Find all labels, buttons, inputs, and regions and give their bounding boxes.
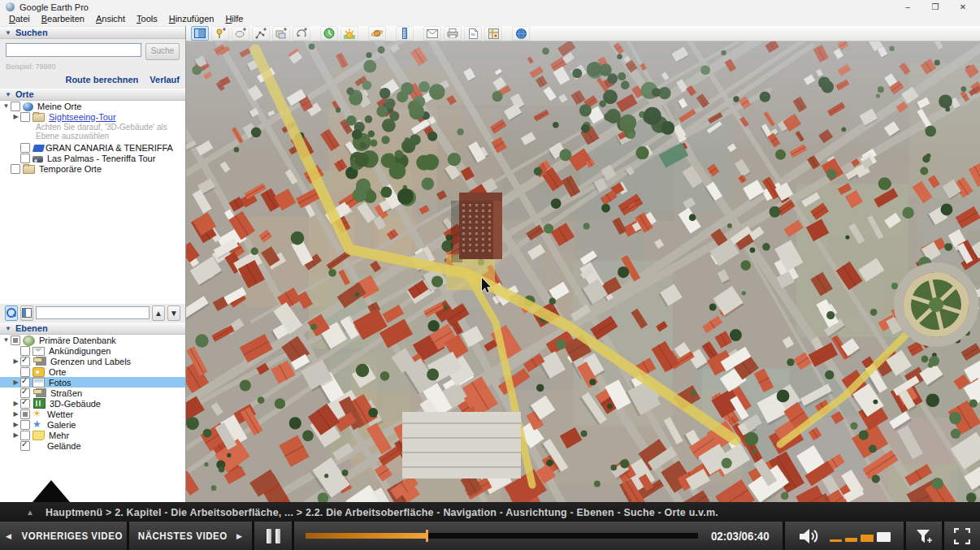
checkbox[interactable]	[20, 143, 30, 153]
add-polygon-button[interactable]	[232, 26, 249, 41]
volume-control[interactable]	[785, 522, 904, 550]
checkbox[interactable]	[20, 112, 30, 122]
place-row-sightseeing[interactable]: ▶ Sightseeing-Tour	[0, 111, 185, 122]
view-in-maps-button[interactable]	[484, 26, 502, 41]
place-row-meine-orte[interactable]: ▼ Meine Orte	[0, 101, 185, 111]
map-icon	[488, 28, 499, 39]
print-button[interactable]	[444, 26, 462, 41]
places-panel-header[interactable]: ▼ Orte	[0, 88, 185, 101]
video-progress-bar[interactable]	[306, 533, 698, 539]
close-button[interactable]: ✕	[949, 1, 977, 13]
historical-imagery-button[interactable]	[320, 26, 338, 41]
expander-icon[interactable]: ▼	[2, 102, 11, 110]
expander-icon[interactable]: ▶	[11, 431, 20, 439]
fullscreen-icon	[954, 528, 970, 544]
record-tour-button[interactable]	[293, 26, 310, 41]
expander-icon[interactable]: ▶	[11, 400, 20, 407]
layer-row-primaere-datenbank[interactable]: ▼ Primäre Datenbank	[0, 335, 185, 345]
record-tour-icon	[296, 28, 307, 39]
checkbox[interactable]	[20, 441, 30, 451]
expander-icon[interactable]: ▶	[11, 113, 20, 120]
menu-datei[interactable]: Datei	[3, 14, 36, 24]
add-path-button[interactable]	[252, 26, 270, 41]
search-button[interactable]: Suche	[145, 43, 180, 60]
minimize-button[interactable]: –	[894, 1, 921, 13]
tour-camera-icon	[33, 156, 43, 162]
placemark-icon	[215, 28, 226, 39]
layer-row-galerie[interactable]: ▶ Galerie	[0, 419, 185, 430]
left-arrow-icon: ◀	[6, 532, 11, 540]
map-3d-view[interactable]	[186, 41, 980, 505]
pause-icon	[267, 529, 280, 544]
sidebar-icon	[194, 28, 206, 38]
places-tree: ▼ Meine Orte ▶ Sightseeing-Tour Achten S…	[0, 101, 185, 304]
sunrise-icon	[344, 28, 355, 39]
globe-button[interactable]	[512, 26, 530, 41]
sidebar-toggle-button[interactable]	[191, 26, 209, 41]
maximize-button[interactable]: ❐	[921, 1, 949, 13]
volume-level-bars[interactable]	[830, 531, 891, 542]
email-button[interactable]	[423, 26, 441, 41]
checkbox[interactable]	[20, 409, 30, 419]
checkbox[interactable]	[20, 399, 30, 409]
previous-result-button[interactable]: ▲	[152, 305, 165, 321]
layer-row-gelaende[interactable]: ▶ Gelände	[0, 440, 185, 451]
planets-button[interactable]	[368, 26, 386, 41]
checkbox[interactable]	[20, 357, 30, 366]
search-places-button[interactable]	[5, 305, 18, 321]
expander-icon[interactable]: ▶	[11, 421, 20, 428]
add-placemark-button[interactable]	[211, 26, 229, 41]
menu-bearbeiten[interactable]: Bearbeiten	[36, 14, 90, 24]
signpost-icon	[36, 357, 46, 366]
menu-tools[interactable]: Tools	[131, 14, 163, 24]
search-panel-header[interactable]: ▼ Suchen	[0, 26, 185, 39]
menu-hinzufuegen[interactable]: Hinzufügen	[163, 14, 220, 24]
path-icon	[255, 28, 267, 39]
history-link[interactable]: Verlauf	[150, 75, 180, 84]
checkbox[interactable]	[20, 420, 30, 430]
next-result-button[interactable]: ▼	[167, 305, 180, 321]
menu-hilfe[interactable]: Hilfe	[219, 14, 249, 24]
expander-icon[interactable]: ▼	[2, 336, 11, 344]
pause-button[interactable]	[254, 522, 292, 550]
layer-row-wetter[interactable]: ▶ Wetter	[0, 409, 185, 419]
layer-row-3d-gebaeude[interactable]: ▶ 3D-Gebäude	[0, 398, 185, 409]
layers-panel-header[interactable]: ▼ Ebenen	[0, 322, 185, 335]
sightseeing-note: Achten Sie darauf, '3D-Gebäude' als Eben…	[0, 123, 182, 141]
image-overlay-icon	[275, 28, 287, 39]
polygon-icon	[235, 28, 246, 39]
breadcrumb: Hauptmenü > 2. Kapitel - Die Arbeitsober…	[46, 506, 718, 518]
route-link[interactable]: Route berechnen	[65, 75, 138, 84]
expander-icon[interactable]: ▶	[11, 410, 20, 418]
search-input[interactable]	[6, 43, 141, 57]
checkbox[interactable]	[20, 154, 30, 163]
add-image-overlay-button[interactable]	[272, 26, 290, 41]
place-row-las-palmas[interactable]: ▶ Las Palmas - Teneriffa Tour	[0, 153, 185, 163]
save-image-button[interactable]	[464, 26, 482, 41]
sunlight-button[interactable]	[340, 26, 358, 41]
checkbox[interactable]	[11, 164, 20, 174]
places-filter-input[interactable]	[36, 306, 150, 319]
ruler-button[interactable]	[396, 26, 414, 41]
expander-icon[interactable]: ▶	[11, 357, 20, 365]
checkbox[interactable]	[11, 102, 20, 111]
place-row-temporaere-orte[interactable]: ▶ Temporäre Orte	[0, 163, 185, 174]
folder-icon	[33, 113, 45, 122]
checkbox[interactable]	[11, 336, 20, 345]
previous-video-button[interactable]: ◀ VORHERIGES VIDEO	[0, 522, 127, 550]
fullscreen-button[interactable]	[944, 522, 980, 550]
filter-button[interactable]	[906, 522, 942, 550]
sidebar: ▼ Suchen Suche Beispiel: 79980 Route ber…	[0, 26, 186, 502]
expander-icon[interactable]: ▶	[11, 379, 20, 386]
photos-icon	[33, 378, 45, 388]
playhead[interactable]	[426, 530, 428, 542]
next-video-button[interactable]: NÄCHSTES VIDEO ▶	[129, 522, 252, 550]
menu-ansicht[interactable]: Ansicht	[90, 14, 131, 24]
printer-icon	[447, 28, 458, 38]
layers-tree: ▼ Primäre Datenbank ▶ Ankündigungen ▶	[0, 335, 185, 502]
ruler-icon	[401, 28, 409, 39]
toggle-panes-button[interactable]	[20, 305, 33, 321]
layer-row-grenzen[interactable]: ▶ Grenzen und Labels	[0, 356, 185, 366]
place-row-gran-canaria[interactable]: ▶ GRAN CANARIA & TENERIFFA	[0, 142, 185, 153]
clock-globe-icon	[323, 28, 335, 39]
